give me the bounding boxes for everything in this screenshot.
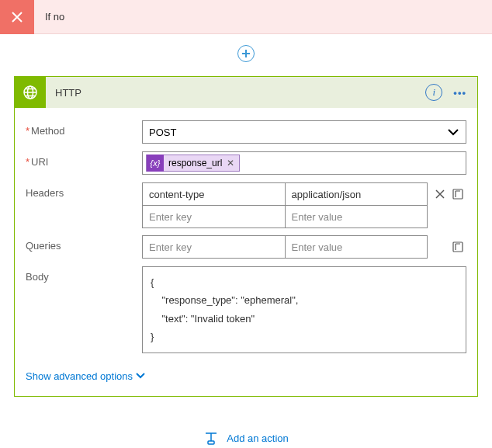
uri-row: *URI {x} response_url ✕: [26, 151, 466, 175]
header-value-input[interactable]: [292, 189, 421, 200]
delete-row-icon[interactable]: [432, 182, 448, 206]
more-icon[interactable]: •••: [450, 87, 477, 99]
headers-table: [142, 182, 428, 227]
card-header[interactable]: HTTP i •••: [15, 77, 477, 108]
insert-step-row: [0, 34, 492, 76]
advanced-options-toggle[interactable]: Show advanced options: [26, 370, 145, 382]
text-mode-icon[interactable]: [451, 182, 466, 206]
method-row: *Method POST: [26, 120, 466, 144]
headers-row: Headers: [26, 182, 466, 227]
queries-table: [142, 235, 428, 258]
expression-icon: {x}: [147, 155, 164, 172]
chevron-down-icon: [447, 127, 459, 138]
globe-icon: [15, 77, 46, 108]
body-label: Body: [26, 271, 49, 283]
query-pair-empty: [142, 235, 428, 259]
uri-input[interactable]: {x} response_url ✕: [142, 151, 466, 175]
method-value: POST: [149, 127, 176, 138]
token-text: response_url: [168, 158, 222, 168]
insert-step-button[interactable]: [237, 45, 255, 62]
method-select[interactable]: POST: [142, 120, 466, 144]
token-remove-icon[interactable]: ✕: [227, 158, 234, 168]
header-pair: [142, 182, 428, 206]
add-action-label: Add an action: [227, 432, 289, 444]
advanced-label: Show advanced options: [26, 370, 133, 382]
svg-rect-4: [208, 441, 214, 444]
query-value-input[interactable]: [292, 241, 421, 253]
method-label: Method: [31, 125, 64, 137]
query-key-input[interactable]: [149, 241, 279, 253]
header-pair-empty: [142, 205, 428, 228]
add-action-button[interactable]: Add an action: [0, 431, 492, 446]
branch-header: If no: [0, 0, 492, 34]
info-icon[interactable]: i: [425, 84, 442, 101]
close-icon[interactable]: [0, 0, 34, 34]
card-title: HTTP: [46, 87, 425, 99]
branch-label: If no: [34, 11, 64, 23]
card-body: *Method POST *URI {x} response_url ✕: [15, 108, 477, 396]
header-key-input[interactable]: [149, 211, 279, 223]
text-mode-icon[interactable]: [451, 235, 466, 259]
http-card: HTTP i ••• *Method POST *URI {x} respons…: [14, 76, 478, 397]
queries-row: Queries: [26, 235, 466, 259]
headers-label: Headers: [26, 187, 64, 199]
header-value-input[interactable]: [292, 211, 421, 223]
body-row: Body { "response_type": "ephemeral", "te…: [26, 266, 466, 353]
header-key-input[interactable]: [149, 189, 279, 200]
uri-label: URI: [31, 156, 48, 168]
body-input[interactable]: { "response_type": "ephemeral", "text": …: [142, 266, 466, 353]
queries-label: Queries: [26, 240, 61, 252]
dynamic-token[interactable]: {x} response_url ✕: [146, 155, 240, 172]
